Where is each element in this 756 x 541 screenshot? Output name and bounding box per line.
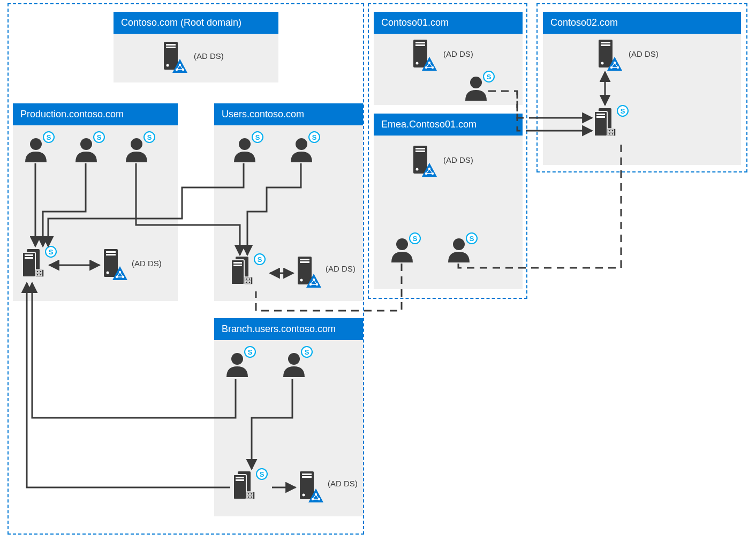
skype-icon	[252, 131, 263, 143]
skype-icon	[466, 232, 478, 244]
ad-label: (AD DS)	[443, 155, 473, 164]
ad-icon	[307, 487, 324, 504]
skype-icon	[244, 346, 256, 358]
domain-contoso01-title: Contoso01.com	[374, 12, 523, 34]
ad-icon	[421, 162, 438, 178]
skype-icon	[93, 131, 105, 143]
cluster-icon	[231, 257, 255, 287]
ad-icon	[606, 56, 623, 72]
domain-contoso02: Contoso02.com (AD DS)	[543, 12, 741, 165]
skype-icon	[409, 232, 421, 244]
domain-root: Contoso.com (Root domain) (AD DS)	[114, 12, 278, 82]
domain-emea-title: Emea.Contoso01.com	[374, 114, 523, 136]
domain-users: Users.contoso.com (AD DS)	[214, 103, 363, 301]
skype-icon	[143, 131, 155, 143]
domain-branch: Branch.users.contoso.com (AD DS)	[214, 318, 363, 516]
ad-icon	[305, 273, 322, 289]
domain-branch-title: Branch.users.contoso.com	[214, 318, 363, 340]
domain-contoso01: Contoso01.com (AD DS)	[374, 12, 523, 105]
domain-root-title: Contoso.com (Root domain)	[114, 12, 278, 34]
cluster-icon	[594, 108, 618, 138]
ad-icon	[421, 56, 438, 72]
ad-label: (AD DS)	[328, 479, 358, 488]
domain-users-title: Users.contoso.com	[214, 103, 363, 125]
ad-label: (AD DS)	[132, 259, 162, 268]
skype-icon	[483, 71, 495, 82]
cluster-icon	[233, 471, 257, 501]
skype-icon	[301, 346, 313, 358]
skype-icon	[43, 131, 55, 143]
skype-icon	[256, 468, 268, 480]
ad-icon	[171, 58, 188, 74]
ad-label: (AD DS)	[326, 264, 356, 273]
domain-contoso02-title: Contoso02.com	[543, 12, 741, 34]
ad-label: (AD DS)	[629, 49, 659, 58]
domain-production: Production.contoso.com (AD DS)	[13, 103, 178, 301]
ad-label: (AD DS)	[443, 49, 473, 58]
cluster-icon	[22, 249, 46, 279]
domain-production-title: Production.contoso.com	[13, 103, 178, 125]
ad-icon	[111, 265, 128, 281]
skype-icon	[617, 105, 629, 117]
skype-icon	[254, 253, 266, 265]
ad-label: (AD DS)	[194, 51, 224, 61]
skype-icon	[45, 246, 57, 258]
skype-icon	[308, 131, 320, 143]
domain-emea: Emea.Contoso01.com (AD DS)	[374, 114, 523, 289]
